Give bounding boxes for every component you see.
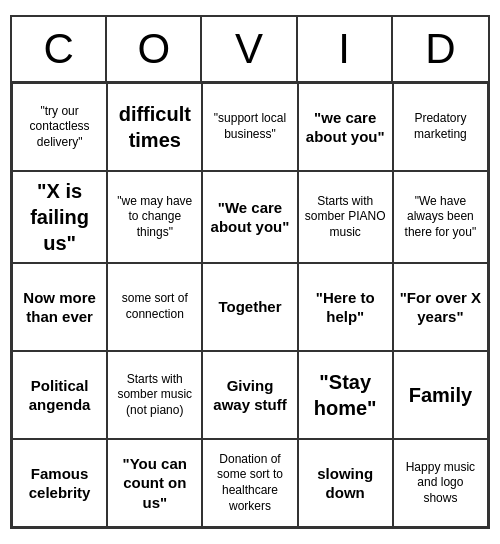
header-letter: D (393, 17, 488, 81)
bingo-cell[interactable]: "we care about you" (298, 83, 393, 171)
cell-text: Family (409, 382, 472, 408)
cell-text: slowing down (304, 464, 387, 503)
bingo-cell[interactable]: Giving away stuff (202, 351, 297, 439)
bingo-card: COVID "try our contactless delivery"diff… (10, 15, 490, 529)
bingo-cell[interactable]: Now more than ever (12, 263, 107, 351)
header-letter: C (12, 17, 107, 81)
bingo-cell[interactable]: "X is failing us" (12, 171, 107, 263)
bingo-cell[interactable]: "We have always been there for you" (393, 171, 488, 263)
cell-text: Happy music and logo shows (399, 460, 482, 507)
bingo-cell[interactable]: difficult times (107, 83, 202, 171)
cell-text: "For over X years" (399, 288, 482, 327)
cell-text: difficult times (113, 101, 196, 153)
cell-text: "You can count on us" (113, 454, 196, 513)
bingo-cell[interactable]: slowing down (298, 439, 393, 527)
cell-text: "Stay home" (304, 369, 387, 421)
cell-text: Famous celebrity (18, 464, 101, 503)
bingo-cell[interactable]: Family (393, 351, 488, 439)
bingo-cell[interactable]: "support local business" (202, 83, 297, 171)
bingo-cell[interactable]: "We care about you" (202, 171, 297, 263)
cell-text: "We care about you" (208, 198, 291, 237)
bingo-header: COVID (12, 17, 488, 83)
header-letter: I (298, 17, 393, 81)
bingo-cell[interactable]: "we may have to change things" (107, 171, 202, 263)
bingo-cell[interactable]: Donation of some sort to healthcare work… (202, 439, 297, 527)
bingo-cell[interactable]: "For over X years" (393, 263, 488, 351)
cell-text: "we care about you" (304, 108, 387, 147)
cell-text: Giving away stuff (208, 376, 291, 415)
bingo-cell[interactable]: Starts with somber music (not piano) (107, 351, 202, 439)
cell-text: Together (218, 297, 281, 317)
bingo-cell[interactable]: Famous celebrity (12, 439, 107, 527)
cell-text: Political angenda (18, 376, 101, 415)
cell-text: "we may have to change things" (113, 194, 196, 241)
bingo-cell[interactable]: Starts with somber PIANO music (298, 171, 393, 263)
cell-text: some sort of connection (113, 291, 196, 322)
cell-text: "We have always been there for you" (399, 194, 482, 241)
cell-text: Now more than ever (18, 288, 101, 327)
cell-text: "support local business" (208, 111, 291, 142)
cell-text: "X is failing us" (18, 178, 101, 256)
header-letter: O (107, 17, 202, 81)
bingo-cell[interactable]: Predatory marketing (393, 83, 488, 171)
cell-text: Starts with somber PIANO music (304, 194, 387, 241)
bingo-grid: "try our contactless delivery"difficult … (12, 83, 488, 527)
bingo-cell[interactable]: some sort of connection (107, 263, 202, 351)
bingo-cell[interactable]: Happy music and logo shows (393, 439, 488, 527)
bingo-cell[interactable]: Together (202, 263, 297, 351)
bingo-cell[interactable]: "Here to help" (298, 263, 393, 351)
header-letter: V (202, 17, 297, 81)
bingo-cell[interactable]: Political angenda (12, 351, 107, 439)
bingo-cell[interactable]: "try our contactless delivery" (12, 83, 107, 171)
cell-text: "Here to help" (304, 288, 387, 327)
cell-text: Predatory marketing (399, 111, 482, 142)
bingo-cell[interactable]: "Stay home" (298, 351, 393, 439)
cell-text: Starts with somber music (not piano) (113, 372, 196, 419)
cell-text: Donation of some sort to healthcare work… (208, 452, 291, 514)
cell-text: "try our contactless delivery" (18, 104, 101, 151)
bingo-cell[interactable]: "You can count on us" (107, 439, 202, 527)
